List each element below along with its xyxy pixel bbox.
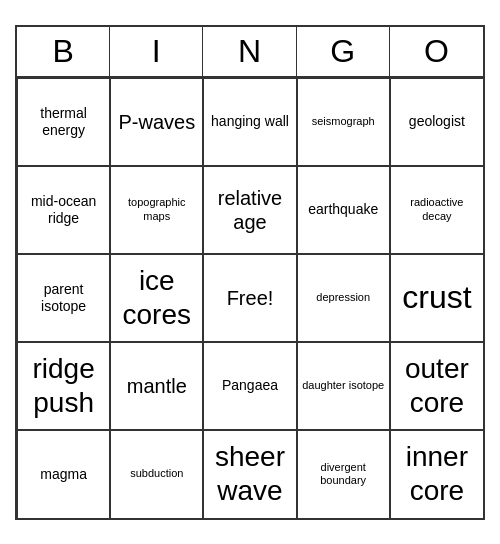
cell-text: subduction bbox=[130, 467, 183, 480]
cell-text: P-waves bbox=[118, 110, 195, 134]
bingo-cell[interactable]: hanging wall bbox=[203, 78, 296, 166]
cell-text: thermal energy bbox=[22, 105, 105, 139]
header-letter: N bbox=[203, 27, 296, 76]
bingo-cell[interactable]: mid-ocean ridge bbox=[17, 166, 110, 254]
bingo-cell[interactable]: divergent boundary bbox=[297, 430, 390, 518]
bingo-header: BINGO bbox=[17, 27, 483, 78]
cell-text: radioactive decay bbox=[395, 196, 479, 222]
cell-text: crust bbox=[402, 278, 471, 316]
bingo-cell[interactable]: earthquake bbox=[297, 166, 390, 254]
cell-text: Pangaea bbox=[222, 377, 278, 394]
bingo-card: BINGO thermal energyP-waveshanging walls… bbox=[15, 25, 485, 520]
cell-text: parent isotope bbox=[22, 281, 105, 315]
cell-text: depression bbox=[316, 291, 370, 304]
bingo-cell[interactable]: subduction bbox=[110, 430, 203, 518]
header-letter: G bbox=[297, 27, 390, 76]
cell-text: ridge push bbox=[22, 352, 105, 419]
cell-text: earthquake bbox=[308, 201, 378, 218]
cell-text: ice cores bbox=[115, 264, 198, 331]
bingo-cell[interactable]: sheer wave bbox=[203, 430, 296, 518]
cell-text: daughter isotope bbox=[302, 379, 384, 392]
cell-text: hanging wall bbox=[211, 113, 289, 130]
cell-text: Free! bbox=[227, 286, 274, 310]
header-letter: B bbox=[17, 27, 110, 76]
cell-text: geologist bbox=[409, 113, 465, 130]
cell-text: magma bbox=[40, 466, 87, 483]
bingo-cell[interactable]: mantle bbox=[110, 342, 203, 430]
cell-text: outer core bbox=[395, 352, 479, 419]
bingo-cell[interactable]: radioactive decay bbox=[390, 166, 483, 254]
cell-text: topographic maps bbox=[115, 196, 198, 222]
bingo-cell[interactable]: geologist bbox=[390, 78, 483, 166]
bingo-cell[interactable]: inner core bbox=[390, 430, 483, 518]
cell-text: divergent boundary bbox=[302, 461, 385, 487]
bingo-cell[interactable]: crust bbox=[390, 254, 483, 342]
bingo-cell[interactable]: daughter isotope bbox=[297, 342, 390, 430]
header-letter: O bbox=[390, 27, 483, 76]
bingo-cell[interactable]: topographic maps bbox=[110, 166, 203, 254]
bingo-cell[interactable]: Free! bbox=[203, 254, 296, 342]
header-letter: I bbox=[110, 27, 203, 76]
cell-text: relative age bbox=[208, 186, 291, 234]
cell-text: mid-ocean ridge bbox=[22, 193, 105, 227]
cell-text: seismograph bbox=[312, 115, 375, 128]
bingo-cell[interactable]: Pangaea bbox=[203, 342, 296, 430]
cell-text: sheer wave bbox=[208, 440, 291, 507]
bingo-cell[interactable]: seismograph bbox=[297, 78, 390, 166]
bingo-cell[interactable]: ice cores bbox=[110, 254, 203, 342]
bingo-cell[interactable]: magma bbox=[17, 430, 110, 518]
bingo-cell[interactable]: depression bbox=[297, 254, 390, 342]
bingo-cell[interactable]: P-waves bbox=[110, 78, 203, 166]
bingo-cell[interactable]: thermal energy bbox=[17, 78, 110, 166]
bingo-cell[interactable]: parent isotope bbox=[17, 254, 110, 342]
cell-text: mantle bbox=[127, 374, 187, 398]
bingo-cell[interactable]: ridge push bbox=[17, 342, 110, 430]
bingo-cell[interactable]: outer core bbox=[390, 342, 483, 430]
cell-text: inner core bbox=[395, 440, 479, 507]
bingo-cell[interactable]: relative age bbox=[203, 166, 296, 254]
bingo-grid: thermal energyP-waveshanging wallseismog… bbox=[17, 78, 483, 518]
